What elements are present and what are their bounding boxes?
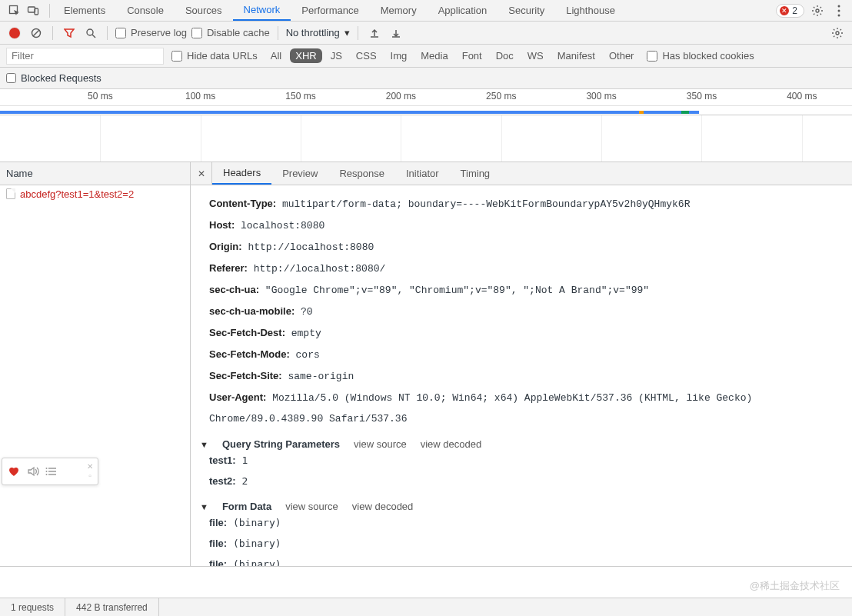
devtools-tabbar: ElementsConsoleSourcesNetworkPerformance… — [0, 0, 852, 22]
timeline-tick: 300 ms — [584, 91, 618, 102]
triangle-down-icon[interactable]: ▼ — [200, 440, 208, 449]
filter-media[interactable]: Media — [415, 48, 453, 63]
watermark: @稀土掘金技术社区 — [750, 579, 840, 593]
document-icon — [6, 188, 15, 199]
header-line: Origin: http://localhost:8080 — [209, 236, 852, 258]
heart-icon[interactable] — [7, 464, 21, 478]
kv-line: test1: 1 — [209, 450, 852, 471]
timeline-tick: 200 ms — [384, 91, 418, 102]
svg-point-5 — [838, 9, 840, 12]
header-line: Content-Type: multipart/form-data; bound… — [209, 193, 852, 215]
timeline-tick: 350 ms — [684, 91, 718, 102]
svg-line-10 — [92, 35, 95, 38]
floating-toolbar[interactable]: ✕▫ — [2, 458, 98, 485]
search-icon[interactable] — [82, 25, 99, 42]
network-toolbar: Preserve log Disable cache No throttling… — [0, 22, 852, 45]
view-decoded-link[interactable]: view decoded — [352, 501, 414, 512]
header-line: Referer: http://localhost:8080/ — [209, 258, 852, 279]
preserve-log-checkbox[interactable]: Preserve log — [115, 27, 187, 38]
view-source-link[interactable]: view source — [285, 501, 338, 512]
request-row[interactable]: abcdefg?test1=1&test2=2 — [0, 185, 190, 202]
filter-other[interactable]: Other — [604, 48, 640, 63]
sound-icon[interactable] — [27, 465, 39, 478]
svg-rect-1 — [28, 7, 35, 12]
tab-console[interactable]: Console — [116, 0, 175, 21]
view-decoded-link[interactable]: view decoded — [421, 438, 482, 450]
request-detail: ✕ HeadersPreviewResponseInitiatorTiming … — [190, 162, 852, 566]
filter-manifest[interactable]: Manifest — [552, 48, 601, 63]
header-line: sec-ch-ua-mobile: ?0 — [209, 301, 852, 322]
throttling-dropdown[interactable]: No throttling ▾ — [286, 27, 350, 38]
status-transferred: 442 B transferred — [65, 598, 159, 616]
view-source-link[interactable]: view source — [354, 438, 407, 450]
request-url: abcdefg?test1=1&test2=2 — [20, 188, 134, 200]
timeline-tick: 50 ms — [83, 91, 117, 102]
triangle-down-icon[interactable]: ▼ — [200, 502, 208, 511]
header-line: Host: localhost:8080 — [209, 215, 852, 236]
timeline-tick: 250 ms — [484, 91, 518, 102]
filter-all[interactable]: All — [265, 48, 287, 63]
svg-point-13 — [836, 32, 839, 35]
tab-elements[interactable]: Elements — [53, 0, 116, 21]
kv-line: file: (binary) — [209, 533, 852, 554]
download-har-icon[interactable] — [388, 25, 404, 42]
detail-tab-response[interactable]: Response — [328, 162, 395, 185]
section-header[interactable]: ▼Query String Parametersview sourceview … — [200, 438, 852, 450]
close-expand-icon[interactable]: ✕▫ — [87, 463, 93, 480]
filter-js[interactable]: JS — [325, 48, 348, 63]
disable-cache-checkbox[interactable]: Disable cache — [191, 27, 270, 38]
detail-tab-preview[interactable]: Preview — [271, 162, 328, 185]
filter-input[interactable] — [6, 48, 164, 65]
hide-data-urls-checkbox[interactable]: Hide data URLs — [171, 50, 258, 62]
svg-point-18 — [46, 471, 48, 472]
detail-tab-headers[interactable]: Headers — [212, 162, 271, 185]
more-menu-icon[interactable] — [830, 2, 847, 19]
status-requests: 1 requests — [0, 598, 65, 616]
svg-point-19 — [46, 474, 48, 475]
filter-css[interactable]: CSS — [351, 48, 382, 63]
header-line: Sec-Fetch-Mode: cors — [209, 344, 852, 365]
detail-tab-timing[interactable]: Timing — [450, 162, 501, 185]
settings-gear-icon[interactable] — [809, 2, 826, 19]
request-list-header[interactable]: Name — [0, 162, 190, 185]
list-icon[interactable] — [45, 465, 58, 478]
kv-line: file: (binary) — [209, 512, 852, 533]
tab-network[interactable]: Network — [233, 0, 291, 21]
upload-har-icon[interactable] — [366, 25, 383, 42]
tab-application[interactable]: Application — [428, 0, 498, 21]
filter-img[interactable]: Img — [385, 48, 413, 63]
tab-sources[interactable]: Sources — [175, 0, 233, 21]
filter-font[interactable]: Font — [457, 48, 488, 63]
tab-memory[interactable]: Memory — [370, 0, 428, 21]
has-blocked-cookies-checkbox[interactable]: Has blocked cookies — [647, 50, 754, 62]
filter-bar: Hide data URLs AllXHRJSCSSImgMediaFontDo… — [0, 45, 852, 68]
header-line: User-Agent: Mozilla/5.0 (Windows NT 10.0… — [209, 387, 852, 429]
error-badge[interactable]: ✕ 2 — [776, 4, 804, 18]
status-bar: 1 requests 442 B transferred — [0, 598, 852, 616]
tab-performance[interactable]: Performance — [291, 0, 369, 21]
detail-tab-initiator[interactable]: Initiator — [395, 162, 450, 185]
timeline-overview[interactable]: 50 ms100 ms150 ms200 ms250 ms300 ms350 m… — [0, 89, 852, 162]
header-line: Sec-Fetch-Site: same-origin — [209, 365, 852, 387]
clear-button-icon[interactable] — [28, 25, 45, 42]
filter-xhr[interactable]: XHR — [290, 48, 321, 63]
filter-ws[interactable]: WS — [522, 48, 549, 63]
device-toggle-icon[interactable] — [25, 2, 42, 19]
svg-point-17 — [46, 468, 48, 469]
tab-security[interactable]: Security — [498, 0, 555, 21]
blocked-requests-checkbox[interactable]: Blocked Requests — [0, 68, 852, 89]
filter-toggle-icon[interactable] — [61, 25, 78, 42]
panel-settings-gear-icon[interactable] — [829, 25, 846, 42]
timeline-tick: 100 ms — [184, 91, 218, 102]
request-list: Name abcdefg?test1=1&test2=2 — [0, 162, 191, 566]
svg-line-8 — [33, 30, 39, 36]
error-x-icon: ✕ — [780, 6, 789, 15]
timeline-tick: 400 ms — [785, 91, 819, 102]
section-header[interactable]: ▼Form Dataview sourceview decoded — [200, 501, 852, 512]
filter-doc[interactable]: Doc — [491, 48, 519, 63]
record-button[interactable] — [6, 25, 23, 42]
chevron-down-icon: ▾ — [344, 27, 350, 38]
tab-lighthouse[interactable]: Lighthouse — [555, 0, 626, 21]
close-detail-icon[interactable]: ✕ — [191, 162, 212, 185]
inspect-element-icon[interactable] — [6, 2, 23, 19]
